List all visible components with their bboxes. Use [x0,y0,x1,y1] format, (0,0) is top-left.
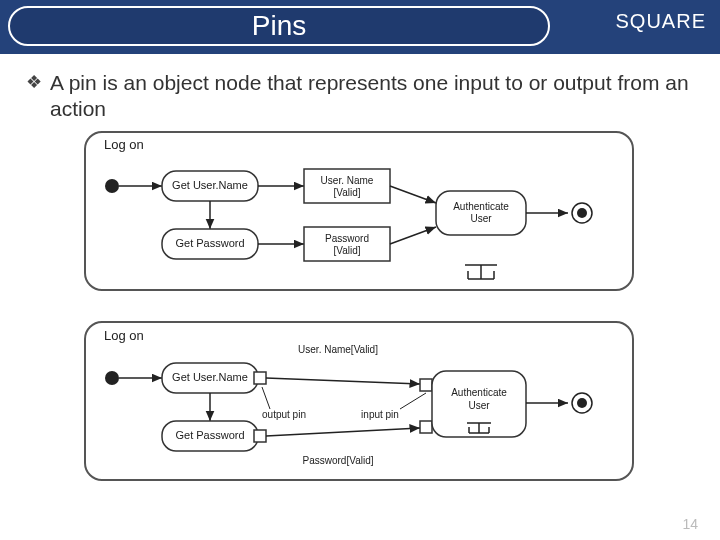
d2-outpin-label: output pin [262,408,306,419]
svg-rect-20 [254,372,266,384]
svg-rect-29 [420,421,432,433]
d2-final-node [577,398,587,408]
d2-action2: Get Password [175,428,244,440]
d2-initial-node [105,371,119,385]
brand-label: SQUARE [616,10,706,33]
d2-action3a: Authenticate [451,386,507,397]
bullet-icon: ❖ [26,70,42,94]
slide-title: Pins [10,8,548,44]
svg-line-26 [266,378,420,384]
title-pill: Pins [8,6,550,46]
slide-header: Pins SQUARE [0,0,720,54]
svg-line-25 [400,393,426,409]
svg-rect-28 [420,379,432,391]
d2-pin2: Password[Valid] [303,454,374,465]
d2-action3b: User [468,399,490,410]
bullet-text: A pin is an object node that represents … [50,70,694,123]
page-number: 14 [682,516,698,532]
bullet-row: ❖ A pin is an object node that represent… [26,64,694,131]
svg-line-27 [266,428,420,436]
diagram-area: Log on Get User.Name Get Password [70,131,650,511]
d2-pin1: User. Name[Valid] [298,343,378,354]
diagram-svg-2: Get User.Name Get Password User. Name[Va… [70,131,650,511]
svg-rect-23 [254,430,266,442]
d2-action1: Get User.Name [172,370,248,382]
content-area: ❖ A pin is an object node that represent… [0,54,720,511]
svg-line-24 [262,387,270,409]
d2-inpin-label: input pin [361,408,399,419]
